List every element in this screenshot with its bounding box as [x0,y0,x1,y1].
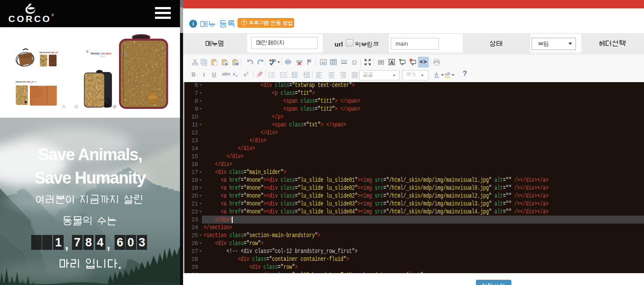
svg-text:A: A [225,62,228,66]
svg-text:NECKLACE WALLET: NECKLACE WALLET [40,51,58,54]
svg-text:ABC: ABC [269,58,276,62]
svg-text:TRAVEL GO BAG: TRAVEL GO BAG [90,52,112,55]
svg-text:W: W [235,62,239,66]
svg-text:PASSPORT WALLET 7f: PASSPORT WALLET 7f [16,81,37,83]
svg-text:S A L E: S A L E [101,56,105,58]
svg-text:A: A [345,59,347,62]
svg-text:3.: 3. [268,76,270,79]
svg-text:A: A [390,60,394,65]
svg-text:A: A [435,72,438,77]
svg-text:Ω: Ω [352,59,356,66]
